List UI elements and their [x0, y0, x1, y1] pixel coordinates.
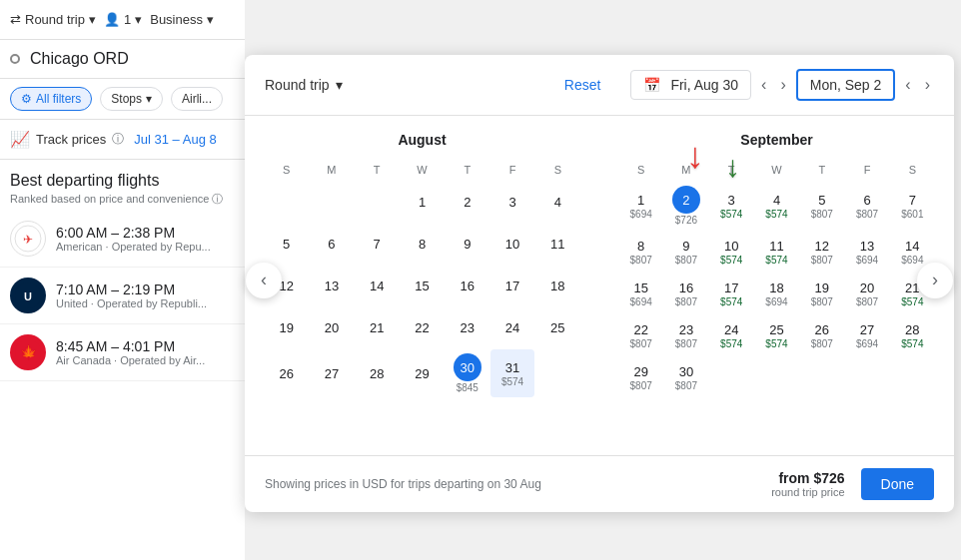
- day-cell[interactable]: 31$574: [490, 349, 533, 397]
- stops-label: Stops: [111, 92, 142, 106]
- day-cell[interactable]: 12$807: [800, 232, 843, 272]
- day-cell[interactable]: 1: [401, 182, 444, 222]
- day-cell[interactable]: 11: [536, 224, 579, 264]
- day-cell[interactable]: 24$574: [710, 315, 753, 355]
- done-button[interactable]: Done: [861, 468, 934, 500]
- day-cell[interactable]: 25$574: [755, 315, 798, 355]
- day-cell[interactable]: 29$807: [619, 357, 662, 397]
- day-cell[interactable]: 9: [446, 224, 488, 264]
- day-number: 2: [672, 186, 700, 214]
- day-cell[interactable]: 17: [490, 266, 533, 305]
- day-cell[interactable]: 14: [356, 266, 399, 305]
- passengers-chevron: ▾: [135, 12, 142, 27]
- day-cell[interactable]: 18$694: [755, 274, 798, 313]
- day-price: $574: [720, 296, 742, 307]
- stops-button[interactable]: Stops ▾: [100, 87, 163, 111]
- day-cell[interactable]: 17$574: [710, 274, 753, 313]
- day-cell[interactable]: 28$574: [891, 315, 934, 355]
- calendar-trip-type-button[interactable]: Round trip ▾: [265, 77, 343, 93]
- passengers-button[interactable]: 👤 1 ▾: [104, 12, 142, 27]
- showing-text: Showing prices in USD for trips departin…: [265, 477, 541, 491]
- day-cell[interactable]: 30$807: [664, 357, 707, 397]
- day-cell[interactable]: 3$574: [710, 182, 753, 230]
- day-cell[interactable]: 16: [446, 266, 488, 305]
- location-dot-icon: [10, 54, 20, 64]
- day-cell[interactable]: 26$807: [800, 315, 843, 355]
- best-flights-subtitle: Ranked based on price and convenience ⓘ: [10, 192, 235, 207]
- day-cell[interactable]: 23$807: [664, 315, 707, 355]
- day-cell[interactable]: 30$845: [446, 349, 488, 397]
- prev-nav-button[interactable]: ‹: [246, 263, 282, 298]
- day-cell[interactable]: 7: [356, 224, 399, 264]
- all-filters-button[interactable]: ⚙ All filters: [10, 87, 92, 111]
- day-cell[interactable]: 3: [490, 182, 533, 222]
- american-logo: ✈: [10, 221, 46, 257]
- return-prev-button[interactable]: ‹: [901, 72, 914, 98]
- day-cell[interactable]: 15$694: [619, 274, 662, 313]
- day-cell[interactable]: 13: [310, 266, 353, 305]
- depart-next-button[interactable]: ›: [776, 72, 789, 98]
- day-cell[interactable]: 25: [536, 307, 579, 347]
- return-date-button[interactable]: Mon, Sep 2: [796, 69, 896, 101]
- day-cell[interactable]: 8: [401, 224, 444, 264]
- flight-item-1[interactable]: ✈ 6:00 AM – 2:38 PM American · Operated …: [0, 211, 245, 268]
- day-cell[interactable]: 6: [310, 224, 353, 264]
- day-cell[interactable]: 23: [446, 307, 488, 347]
- day-cell[interactable]: 11$574: [755, 232, 798, 272]
- class-button[interactable]: Business ▾: [150, 12, 214, 27]
- day-price: $807: [675, 296, 697, 307]
- return-next-button[interactable]: ›: [921, 72, 934, 98]
- day-cell[interactable]: 2$726: [664, 182, 707, 230]
- day-cell[interactable]: 24: [490, 307, 533, 347]
- day-number: 13: [325, 279, 339, 293]
- day-cell[interactable]: 20$807: [845, 274, 888, 313]
- trip-type-button[interactable]: ⇄ Round trip ▾: [10, 12, 96, 27]
- day-number: 5: [283, 237, 290, 252]
- day-cell[interactable]: 21: [356, 307, 399, 347]
- flight-item-3[interactable]: 🍁 8:45 AM – 4:01 PM Air Canada · Operate…: [0, 324, 245, 381]
- track-icon: 📈: [10, 130, 30, 149]
- day-cell[interactable]: 1$694: [619, 182, 662, 230]
- day-cell[interactable]: 5: [265, 224, 308, 264]
- day-cell[interactable]: 9$807: [664, 232, 707, 272]
- day-cell[interactable]: 28: [356, 349, 399, 397]
- reset-button[interactable]: Reset: [564, 77, 601, 93]
- depart-prev-button[interactable]: ‹: [757, 72, 770, 98]
- day-cell[interactable]: 29: [401, 349, 444, 397]
- track-prices-row: 📈 Track prices ⓘ Jul 31 – Aug 8: [0, 120, 245, 160]
- day-cell[interactable]: 10$574: [710, 232, 753, 272]
- next-nav-button[interactable]: ›: [917, 263, 953, 298]
- day-cell[interactable]: 22$807: [619, 315, 662, 355]
- day-cell[interactable]: 5$807: [800, 182, 843, 230]
- day-number: 26: [815, 322, 829, 337]
- day-cell[interactable]: 15: [401, 266, 444, 305]
- day-cell[interactable]: 2: [446, 182, 488, 222]
- united-logo: U: [10, 278, 46, 313]
- day-cell[interactable]: 20: [310, 307, 353, 347]
- day-cell[interactable]: 27: [310, 349, 353, 397]
- day-cell[interactable]: 8$807: [619, 232, 662, 272]
- day-cell[interactable]: 19$807: [800, 274, 843, 313]
- city-name: Chicago: [30, 50, 89, 67]
- day-cell[interactable]: 13$694: [845, 232, 888, 272]
- day-price: $574: [901, 338, 923, 349]
- flight-airline-1: American · Operated by Repu...: [56, 241, 235, 253]
- day-cell[interactable]: 18: [536, 266, 579, 305]
- day-cell[interactable]: 16$807: [664, 274, 707, 313]
- day-cell[interactable]: 27$694: [845, 315, 888, 355]
- depart-date-button[interactable]: 📅 Fri, Aug 30: [630, 70, 751, 100]
- day-cell[interactable]: 4: [536, 182, 579, 222]
- day-cell[interactable]: 6$807: [845, 182, 888, 230]
- day-cell[interactable]: 22: [401, 307, 444, 347]
- day-price: $601: [901, 209, 923, 220]
- day-cell[interactable]: 4$574: [755, 182, 798, 230]
- day-cell[interactable]: 26: [265, 349, 308, 397]
- day-cell[interactable]: 7$601: [891, 182, 934, 230]
- day-cell[interactable]: 19: [265, 307, 308, 347]
- class-chevron: ▾: [207, 12, 214, 27]
- day-cell[interactable]: 10: [490, 224, 533, 264]
- airlines-button[interactable]: Airli...: [171, 87, 223, 111]
- day-number: 17: [724, 280, 738, 295]
- search-bar: Chicago ORD: [0, 40, 245, 79]
- flight-item-2[interactable]: U 7:10 AM – 2:19 PM United · Operated by…: [0, 268, 245, 324]
